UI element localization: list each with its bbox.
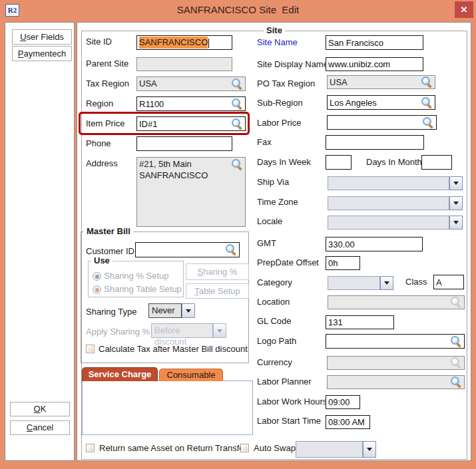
calc-tax-checkbox[interactable] [86, 345, 95, 353]
sharing-pct-radio-label: Sharing % Setup [104, 271, 169, 281]
sub-region-field[interactable] [327, 95, 435, 110]
parent-site-field [136, 57, 232, 71]
window-title: SANFRANCISCO Site Edit [0, 4, 476, 15]
prepdate-offset-label: PrepDate Offset [257, 257, 319, 268]
labor-work-hours-label: Labor Work Hours [257, 396, 327, 407]
magnifier-icon[interactable] [421, 77, 433, 88]
magnifier-icon[interactable] [421, 97, 433, 108]
magnifier-icon[interactable] [232, 159, 243, 170]
gl-code-input[interactable] [326, 316, 393, 329]
magnifier-icon [451, 297, 462, 308]
gmt-label: GMT [257, 238, 276, 249]
apply-sharing-label: Apply Sharing % [86, 327, 150, 337]
time-zone-value [328, 196, 449, 210]
apply-sharing-combo: Before discount [151, 323, 226, 338]
site-name-label: Site Name [257, 37, 298, 48]
site-id-label: Site ID [86, 37, 112, 47]
table-setup-button: Table Setup [186, 283, 249, 299]
site-display-name-field[interactable] [326, 57, 423, 71]
prepdate-offset-input[interactable] [326, 257, 359, 269]
sharing-type-combo[interactable]: Never [148, 303, 195, 318]
user-fields-button[interactable]: User Fields [12, 29, 72, 45]
paymentech-button[interactable]: Paymentech [12, 46, 72, 61]
labor-start-time-label: Labor Start Time [257, 416, 321, 426]
days-in-month-field[interactable] [421, 155, 452, 170]
po-tax-region-label: PO Tax Region [257, 78, 315, 89]
dropdown-arrow-icon[interactable] [363, 441, 376, 458]
dropdown-arrow-icon[interactable] [449, 216, 463, 230]
auto-swap-value [296, 441, 363, 458]
magnifier-icon [451, 357, 462, 369]
magnifier-icon[interactable] [423, 117, 434, 128]
gl-code-label: GL Code [257, 316, 292, 327]
days-in-month-label: Days In Month [366, 157, 422, 168]
sharing-type-value: Never [148, 303, 182, 318]
fax-input[interactable] [326, 136, 423, 149]
logo-path-input[interactable] [326, 335, 464, 348]
tax-region-field: USA [136, 77, 246, 91]
auto-swap-checkbox[interactable] [240, 444, 249, 452]
days-in-week-field[interactable] [326, 155, 352, 170]
magnifier-icon[interactable] [451, 377, 462, 388]
site-edit-window: { "window": { "title": "SANFRANCISCO Sit… [0, 0, 476, 469]
site-name-input[interactable] [326, 36, 423, 49]
dropdown-arrow-icon[interactable] [449, 196, 463, 210]
item-price-input[interactable] [137, 117, 245, 130]
category-value [328, 276, 380, 290]
labor-work-hours-input[interactable] [326, 396, 359, 408]
sub-region-input[interactable] [328, 96, 435, 109]
text-caret [208, 39, 209, 48]
return-asset-checkbox[interactable] [86, 444, 95, 452]
phone-input[interactable] [137, 137, 232, 150]
magnifier-icon[interactable] [232, 98, 243, 110]
gmt-input[interactable] [326, 237, 422, 251]
magnifier-icon[interactable] [226, 244, 237, 255]
site-name-field[interactable] [326, 35, 423, 50]
fax-field[interactable] [326, 135, 424, 150]
currency-label: Currency [257, 357, 292, 368]
region-input[interactable] [137, 97, 245, 110]
prepdate-offset-field[interactable] [326, 256, 360, 270]
item-price-field[interactable] [136, 116, 246, 131]
dropdown-arrow-icon[interactable] [380, 276, 393, 290]
tab-consumable[interactable]: Consumable [159, 369, 223, 381]
magnifier-icon[interactable] [232, 78, 243, 90]
sidebar: User Fields Paymentech OK Cancel [5, 22, 75, 461]
logo-path-field[interactable] [326, 334, 465, 349]
gmt-field[interactable] [326, 237, 423, 251]
phone-label: Phone [86, 138, 111, 149]
magnifier-icon[interactable] [232, 118, 243, 130]
location-field [328, 295, 465, 309]
dropdown-arrow-icon[interactable] [449, 176, 463, 190]
labor-price-field[interactable] [327, 115, 437, 130]
class-label: Class [405, 277, 427, 287]
days-in-week-input[interactable] [326, 156, 351, 169]
labor-start-time-input[interactable] [326, 416, 369, 428]
labor-planner-field [327, 375, 465, 389]
site-id-field[interactable]: SANFRANCISCO [136, 35, 232, 50]
gl-code-field[interactable] [326, 315, 394, 329]
labor-start-time-field[interactable] [326, 415, 370, 429]
labor-work-hours-field[interactable] [326, 395, 360, 409]
phone-field[interactable] [136, 136, 232, 151]
customer-id-field[interactable] [135, 242, 240, 257]
time-zone-combo [328, 196, 463, 210]
magnifier-icon[interactable] [451, 336, 462, 347]
class-field[interactable] [433, 275, 464, 289]
customer-id-input[interactable] [136, 243, 239, 257]
use-legend: Use [91, 255, 113, 266]
region-label: Region [86, 98, 113, 109]
region-field[interactable] [136, 96, 246, 111]
tab-service-charge[interactable]: Service Charge [82, 367, 158, 381]
ok-button[interactable]: OK [10, 402, 70, 416]
site-display-name-input[interactable] [326, 58, 423, 71]
labor-price-input[interactable] [328, 116, 436, 129]
close-icon[interactable]: ✕ [455, 1, 473, 18]
class-input[interactable] [434, 275, 463, 289]
title-bar: R2 SANFRANCISCO Site Edit ✕ [0, 0, 476, 20]
dropdown-arrow-icon [213, 323, 226, 338]
days-in-month-input[interactable] [422, 156, 451, 169]
cancel-button[interactable]: Cancel [10, 420, 70, 435]
dropdown-arrow-icon[interactable] [182, 303, 195, 318]
sharing-table-radio [93, 285, 101, 294]
